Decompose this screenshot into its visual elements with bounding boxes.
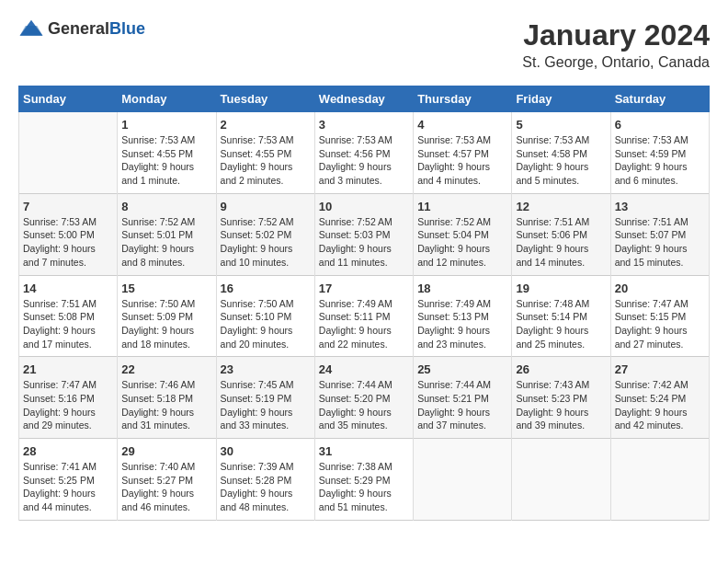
calendar-header-thursday: Thursday — [414, 86, 512, 112]
month-title: January 2024 — [522, 18, 710, 52]
day-info: Sunrise: 7:40 AM Sunset: 5:27 PM Dayligh… — [121, 460, 211, 514]
day-info: Sunrise: 7:51 AM Sunset: 5:07 PM Dayligh… — [615, 215, 705, 270]
day-info: Sunrise: 7:52 AM Sunset: 5:03 PM Dayligh… — [319, 215, 409, 270]
location-title: St. George, Ontario, Canada — [522, 54, 710, 71]
calendar-header-friday: Friday — [512, 86, 610, 112]
day-info: Sunrise: 7:44 AM Sunset: 5:21 PM Dayligh… — [417, 378, 507, 432]
calendar-week-3: 14Sunrise: 7:51 AM Sunset: 5:08 PM Dayli… — [19, 275, 710, 357]
day-number: 8 — [121, 200, 211, 213]
day-number: 20 — [615, 282, 705, 295]
calendar-header-row: SundayMondayTuesdayWednesdayThursdayFrid… — [19, 86, 710, 112]
day-number: 7 — [23, 200, 113, 213]
title-area: January 2024 St. George, Ontario, Canada — [522, 18, 710, 71]
day-info: Sunrise: 7:50 AM Sunset: 5:10 PM Dayligh… — [221, 297, 311, 351]
calendar-cell: 20Sunrise: 7:47 AM Sunset: 5:15 PM Dayli… — [610, 275, 709, 357]
day-number: 10 — [319, 200, 409, 213]
day-number: 30 — [221, 444, 311, 458]
calendar-cell: 13Sunrise: 7:51 AM Sunset: 5:07 PM Dayli… — [610, 193, 709, 275]
logo-icon — [18, 18, 44, 39]
day-number: 11 — [417, 200, 507, 213]
calendar-cell: 1Sunrise: 7:53 AM Sunset: 4:55 PM Daylig… — [118, 112, 216, 194]
calendar-header-monday: Monday — [118, 86, 216, 112]
calendar-cell: 10Sunrise: 7:52 AM Sunset: 5:03 PM Dayli… — [314, 193, 413, 275]
day-number: 9 — [221, 200, 311, 213]
calendar-cell: 9Sunrise: 7:52 AM Sunset: 5:02 PM Daylig… — [216, 193, 314, 275]
calendar-cell: 22Sunrise: 7:46 AM Sunset: 5:18 PM Dayli… — [118, 357, 216, 439]
calendar-cell: 8Sunrise: 7:52 AM Sunset: 5:01 PM Daylig… — [118, 193, 216, 275]
day-info: Sunrise: 7:52 AM Sunset: 5:01 PM Dayligh… — [121, 215, 211, 270]
calendar-cell: 29Sunrise: 7:40 AM Sunset: 5:27 PM Dayli… — [118, 439, 216, 521]
day-number: 21 — [23, 362, 113, 376]
day-number: 3 — [319, 118, 409, 132]
day-info: Sunrise: 7:42 AM Sunset: 5:24 PM Dayligh… — [615, 378, 705, 432]
logo-text-blue: Blue — [109, 19, 145, 38]
day-number: 23 — [221, 362, 311, 376]
calendar-cell: 18Sunrise: 7:49 AM Sunset: 5:13 PM Dayli… — [414, 275, 512, 357]
calendar-cell: 17Sunrise: 7:49 AM Sunset: 5:11 PM Dayli… — [314, 275, 413, 357]
calendar-week-5: 28Sunrise: 7:41 AM Sunset: 5:25 PM Dayli… — [19, 439, 710, 521]
day-number: 26 — [516, 362, 606, 376]
header: GeneralBlue January 2024 St. George, Ont… — [18, 18, 710, 71]
calendar-cell: 19Sunrise: 7:48 AM Sunset: 5:14 PM Dayli… — [512, 275, 610, 357]
day-info: Sunrise: 7:52 AM Sunset: 5:04 PM Dayligh… — [417, 215, 507, 270]
calendar-cell: 11Sunrise: 7:52 AM Sunset: 5:04 PM Dayli… — [414, 193, 512, 275]
day-info: Sunrise: 7:53 AM Sunset: 5:00 PM Dayligh… — [23, 215, 113, 270]
day-number: 2 — [221, 118, 311, 132]
day-number: 14 — [23, 282, 113, 295]
day-number: 24 — [319, 362, 409, 376]
day-info: Sunrise: 7:38 AM Sunset: 5:29 PM Dayligh… — [319, 460, 409, 514]
day-number: 18 — [417, 282, 507, 295]
day-number: 13 — [615, 200, 705, 213]
day-info: Sunrise: 7:45 AM Sunset: 5:19 PM Dayligh… — [221, 378, 311, 432]
day-number: 4 — [417, 118, 507, 132]
calendar-cell: 27Sunrise: 7:42 AM Sunset: 5:24 PM Dayli… — [610, 357, 709, 439]
calendar-cell: 12Sunrise: 7:51 AM Sunset: 5:06 PM Dayli… — [512, 193, 610, 275]
day-info: Sunrise: 7:53 AM Sunset: 4:59 PM Dayligh… — [615, 133, 705, 188]
day-number: 29 — [121, 444, 211, 458]
day-number: 19 — [516, 282, 606, 295]
day-info: Sunrise: 7:51 AM Sunset: 5:06 PM Dayligh… — [516, 215, 606, 270]
day-info: Sunrise: 7:48 AM Sunset: 5:14 PM Dayligh… — [516, 297, 606, 351]
day-number: 5 — [516, 118, 606, 132]
day-info: Sunrise: 7:47 AM Sunset: 5:15 PM Dayligh… — [615, 297, 705, 351]
logo: GeneralBlue — [18, 18, 145, 39]
calendar-cell: 6Sunrise: 7:53 AM Sunset: 4:59 PM Daylig… — [610, 112, 709, 194]
day-info: Sunrise: 7:53 AM Sunset: 4:55 PM Dayligh… — [121, 133, 211, 188]
day-number: 22 — [121, 362, 211, 376]
calendar-cell: 4Sunrise: 7:53 AM Sunset: 4:57 PM Daylig… — [414, 112, 512, 194]
day-info: Sunrise: 7:49 AM Sunset: 5:11 PM Dayligh… — [319, 297, 409, 351]
day-info: Sunrise: 7:41 AM Sunset: 5:25 PM Dayligh… — [23, 460, 113, 514]
calendar-cell: 23Sunrise: 7:45 AM Sunset: 5:19 PM Dayli… — [216, 357, 314, 439]
svg-marker-1 — [20, 26, 43, 36]
day-info: Sunrise: 7:53 AM Sunset: 4:57 PM Dayligh… — [417, 133, 507, 188]
calendar-cell: 31Sunrise: 7:38 AM Sunset: 5:29 PM Dayli… — [314, 439, 413, 521]
calendar-header-saturday: Saturday — [610, 86, 709, 112]
day-number: 12 — [516, 200, 606, 213]
calendar-header-wednesday: Wednesday — [314, 86, 413, 112]
calendar-cell: 25Sunrise: 7:44 AM Sunset: 5:21 PM Dayli… — [414, 357, 512, 439]
day-info: Sunrise: 7:44 AM Sunset: 5:20 PM Dayligh… — [319, 378, 409, 432]
day-info: Sunrise: 7:46 AM Sunset: 5:18 PM Dayligh… — [121, 378, 211, 432]
calendar-cell: 7Sunrise: 7:53 AM Sunset: 5:00 PM Daylig… — [19, 193, 118, 275]
day-info: Sunrise: 7:53 AM Sunset: 4:56 PM Dayligh… — [319, 133, 409, 188]
day-number: 27 — [615, 362, 705, 376]
calendar-week-4: 21Sunrise: 7:47 AM Sunset: 5:16 PM Dayli… — [19, 357, 710, 439]
calendar-table: SundayMondayTuesdayWednesdayThursdayFrid… — [18, 86, 710, 521]
day-number: 17 — [319, 282, 409, 295]
day-number: 1 — [121, 118, 211, 132]
day-number: 6 — [615, 118, 705, 132]
day-number: 31 — [319, 444, 409, 458]
day-info: Sunrise: 7:53 AM Sunset: 4:58 PM Dayligh… — [516, 133, 606, 188]
calendar-cell: 3Sunrise: 7:53 AM Sunset: 4:56 PM Daylig… — [314, 112, 413, 194]
day-info: Sunrise: 7:50 AM Sunset: 5:09 PM Dayligh… — [121, 297, 211, 351]
calendar-cell — [19, 112, 118, 194]
calendar-cell: 14Sunrise: 7:51 AM Sunset: 5:08 PM Dayli… — [19, 275, 118, 357]
calendar-cell: 16Sunrise: 7:50 AM Sunset: 5:10 PM Dayli… — [216, 275, 314, 357]
calendar-cell: 30Sunrise: 7:39 AM Sunset: 5:28 PM Dayli… — [216, 439, 314, 521]
day-info: Sunrise: 7:47 AM Sunset: 5:16 PM Dayligh… — [23, 378, 113, 432]
calendar-header-sunday: Sunday — [19, 86, 118, 112]
day-number: 28 — [23, 444, 113, 458]
day-info: Sunrise: 7:53 AM Sunset: 4:55 PM Dayligh… — [221, 133, 311, 188]
calendar-header-tuesday: Tuesday — [216, 86, 314, 112]
day-number: 16 — [221, 282, 311, 295]
